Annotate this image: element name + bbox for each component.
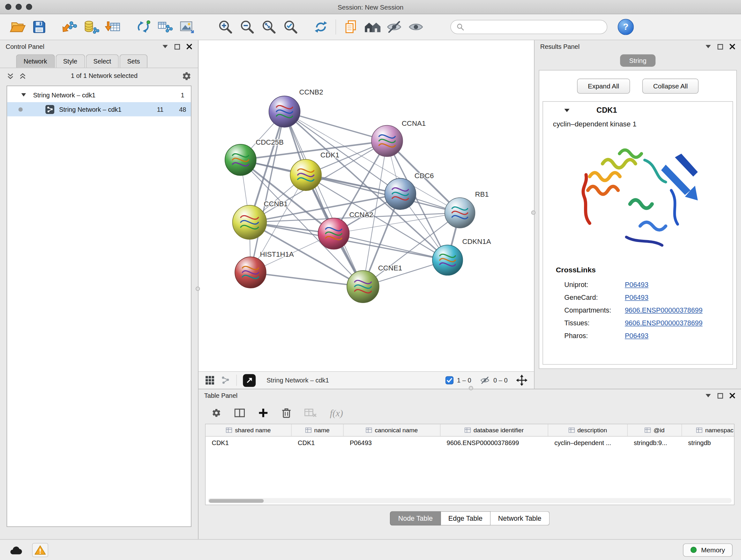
column-icon	[366, 428, 372, 433]
network-node-cdkn1a[interactable]	[432, 245, 463, 275]
network-node-cdc6[interactable]	[385, 178, 416, 209]
float-panel-icon[interactable]	[718, 44, 723, 50]
table-settings-gear-icon[interactable]	[212, 408, 221, 418]
zoom-window-button[interactable]	[26, 4, 32, 10]
zoom-fit-button[interactable]	[258, 17, 280, 37]
open-session-button[interactable]	[7, 17, 28, 37]
minimize-window-button[interactable]	[16, 4, 22, 10]
tab-network-table[interactable]: Network Table	[490, 511, 549, 525]
import-network-database-button[interactable]	[80, 17, 102, 37]
new-network-button[interactable]	[132, 17, 154, 37]
home-layout-button[interactable]	[361, 17, 383, 37]
function-builder-icon[interactable]: f(x)	[330, 408, 343, 418]
close-panel-icon[interactable]	[186, 44, 192, 50]
network-node-ccna1[interactable]	[372, 125, 403, 157]
tab-sets[interactable]: Sets	[120, 54, 147, 67]
tab-style[interactable]: Style	[56, 54, 85, 67]
refresh-button[interactable]	[310, 17, 332, 37]
add-column-plus-icon[interactable]	[258, 408, 269, 418]
network-node-cdc25b[interactable]	[225, 144, 256, 176]
network-canvas[interactable]: CCNB2CCNA1CDC25BCDK1CDC6RB1CCNB1CCNA2CDK…	[199, 40, 534, 371]
search-input[interactable]	[468, 23, 601, 31]
tab-network[interactable]: Network	[16, 54, 55, 67]
close-window-button[interactable]	[5, 4, 11, 10]
collapse-panel-icon[interactable]	[705, 44, 711, 49]
splitter-handle[interactable]	[531, 210, 536, 214]
close-panel-icon[interactable]	[729, 44, 735, 50]
selected-checkbox-icon[interactable]	[445, 376, 454, 385]
network-options-gear-icon[interactable]	[182, 71, 192, 81]
column-header-description[interactable]: description	[548, 424, 628, 436]
collapse-all-icon[interactable]	[7, 72, 14, 80]
birdseye-grid-icon[interactable]	[205, 375, 215, 385]
splitter-handle[interactable]	[469, 386, 473, 390]
column-header--id[interactable]: @id	[628, 424, 682, 436]
save-session-button[interactable]	[28, 17, 50, 37]
float-panel-icon[interactable]	[718, 393, 723, 398]
column-header-name[interactable]: name	[292, 424, 344, 436]
network-node-ccna2[interactable]	[318, 218, 349, 249]
zoom-selected-button[interactable]	[280, 17, 301, 37]
network-edge[interactable]	[251, 272, 363, 287]
network-edge[interactable]	[334, 234, 448, 260]
delete-trash-icon[interactable]	[282, 407, 291, 419]
scrollbar-thumb[interactable]	[209, 499, 264, 503]
share-network-icon[interactable]	[221, 375, 230, 385]
network-node-ccnb2[interactable]	[269, 96, 300, 127]
column-header-shared-name[interactable]: shared name	[205, 424, 292, 436]
crosslink-link[interactable]: 9606.ENSP00000378699	[625, 306, 703, 314]
column-header-canonical-name[interactable]: canonical name	[344, 424, 441, 436]
network-node-ccne1[interactable]	[347, 270, 379, 303]
collapse-all-button[interactable]: Collapse All	[643, 78, 698, 94]
hidden-eye-slash-icon[interactable]	[480, 376, 490, 385]
network-view[interactable]: CCNB2CCNA1CDC25BCDK1CDC6RB1CCNB1CCNA2CDK…	[199, 40, 534, 389]
network-edge[interactable]	[285, 112, 363, 287]
expand-all-icon[interactable]	[19, 72, 26, 80]
network-node-cdk1[interactable]	[290, 159, 321, 191]
cloud-sync-button[interactable]	[9, 545, 23, 555]
crosslink-link[interactable]: P06493	[625, 281, 649, 288]
export-image-button[interactable]	[176, 17, 198, 37]
delete-table-icon[interactable]	[305, 408, 317, 418]
network-from-table-button[interactable]	[154, 17, 176, 37]
network-node-rb1[interactable]	[445, 198, 475, 228]
network-row[interactable]: String Network – cdk1 11 48	[7, 102, 191, 116]
horizontal-scrollbar[interactable]	[208, 498, 732, 503]
crosslink-link[interactable]: P06493	[625, 332, 649, 339]
show-columns-icon[interactable]	[234, 408, 245, 418]
network-edge[interactable]	[334, 141, 387, 233]
expand-all-button[interactable]: Expand All	[577, 78, 630, 94]
crosslink-link[interactable]: 9606.ENSP00000378699	[625, 319, 703, 327]
tree-expander-icon[interactable]	[21, 93, 26, 97]
network-collection-row[interactable]: String Network – cdk1 1	[7, 88, 191, 102]
float-panel-icon[interactable]	[174, 44, 180, 50]
column-header-database-identifier[interactable]: database identifier	[441, 424, 548, 436]
network-edge[interactable]	[251, 112, 285, 273]
collapse-panel-icon[interactable]	[705, 394, 711, 398]
show-all-button[interactable]	[405, 17, 427, 37]
zoom-out-button[interactable]	[237, 17, 258, 37]
warnings-button[interactable]	[32, 543, 48, 557]
splitter-handle[interactable]	[196, 287, 200, 291]
tab-string[interactable]: String	[620, 54, 655, 67]
copy-button[interactable]	[340, 17, 361, 37]
collapse-panel-icon[interactable]	[162, 44, 168, 49]
help-button[interactable]: ?	[618, 19, 634, 35]
hide-selected-button[interactable]	[383, 17, 405, 37]
memory-button[interactable]: Memory	[683, 543, 733, 556]
crosslink-link[interactable]: P06493	[625, 294, 649, 301]
import-table-button[interactable]	[102, 17, 124, 37]
column-header-namespac[interactable]: namespac	[682, 424, 734, 436]
section-expander-icon[interactable]	[564, 108, 570, 112]
pan-move-icon[interactable]	[516, 374, 528, 386]
tab-node-table[interactable]: Node Table	[390, 511, 441, 525]
close-panel-icon[interactable]	[729, 393, 735, 399]
open-in-window-button[interactable]	[243, 374, 256, 387]
zoom-in-button[interactable]	[214, 17, 236, 37]
network-node-ccnb1[interactable]	[232, 205, 267, 240]
network-node-hist1h1a[interactable]	[235, 257, 266, 288]
table-row[interactable]: CDK1CDK1P064939606.ENSP00000378699cyclin…	[205, 436, 734, 449]
import-network-file-button[interactable]	[59, 17, 80, 37]
tab-edge-table[interactable]: Edge Table	[441, 511, 490, 525]
tab-select[interactable]: Select	[86, 54, 119, 67]
